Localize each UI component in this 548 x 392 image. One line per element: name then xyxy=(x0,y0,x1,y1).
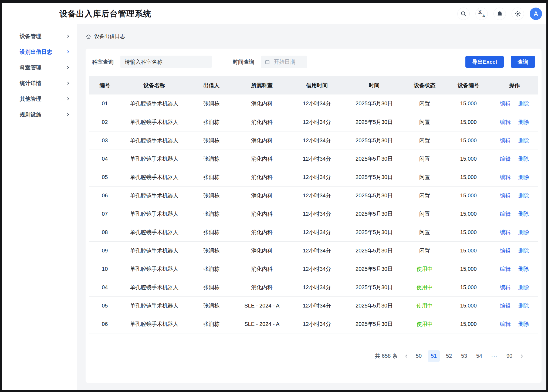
column-header: 出借人 xyxy=(188,76,235,94)
start-date-placeholder: 开始日期 xyxy=(274,58,295,66)
avatar[interactable]: A xyxy=(530,8,542,20)
avatar-letter: A xyxy=(534,10,538,18)
page-button[interactable]: 90 xyxy=(503,350,515,362)
edit-link[interactable]: 编辑 xyxy=(500,156,511,162)
cell-date: 2025年5月30日 xyxy=(345,186,403,205)
query-button[interactable]: 查询 xyxy=(511,56,535,68)
edit-link[interactable]: 编辑 xyxy=(500,119,511,125)
edit-link[interactable]: 编辑 xyxy=(500,192,511,198)
chevron-right-icon xyxy=(66,66,70,69)
page-button[interactable]: 54 xyxy=(473,350,485,362)
edit-link[interactable]: 编辑 xyxy=(500,174,511,180)
sidebar-items: 设备管理设别出借日志科室管理统计详情其他管理规则设施 xyxy=(2,30,77,121)
dept-search-input[interactable] xyxy=(120,56,212,68)
cell-device-name: 单孔腔镜手术机器人 xyxy=(120,223,188,241)
page-button[interactable]: 51 xyxy=(428,350,440,362)
cell-actions: 编辑删除 xyxy=(491,278,538,296)
edit-link[interactable]: 编辑 xyxy=(500,211,511,217)
theme-button[interactable] xyxy=(512,8,524,20)
sidebar-item[interactable]: 设备管理 xyxy=(2,30,77,43)
cell-no: 08 xyxy=(89,223,120,241)
delete-link[interactable]: 删除 xyxy=(518,229,529,235)
delete-link[interactable]: 删除 xyxy=(518,303,529,309)
cell-department: 消化内科 xyxy=(235,168,289,186)
breadcrumb[interactable]: 设备出借日志 xyxy=(86,24,546,49)
cell-device-code: 15,000 xyxy=(446,131,491,150)
delete-link[interactable]: 删除 xyxy=(518,284,529,290)
chevron-right-icon xyxy=(66,50,70,54)
cell-department: 消化内科 xyxy=(235,241,289,260)
cell-device-code: 15,000 xyxy=(446,113,491,131)
cell-actions: 编辑删除 xyxy=(491,131,538,150)
export-excel-button[interactable]: 导出Excel xyxy=(465,56,504,68)
next-page-button[interactable] xyxy=(517,350,527,362)
sidebar-item[interactable]: 科室管理 xyxy=(2,61,77,74)
delete-link[interactable]: 删除 xyxy=(518,174,529,180)
cell-date: 2025年5月30日 xyxy=(345,278,403,296)
cell-department: 消化内科 xyxy=(235,94,289,113)
edit-link[interactable]: 编辑 xyxy=(500,321,511,327)
pagination-pages: 5051525354···90 xyxy=(411,350,517,362)
cell-status: 闲置 xyxy=(403,150,446,168)
pagination-total: 共 658 条 xyxy=(375,352,398,360)
delete-link[interactable]: 删除 xyxy=(518,321,529,327)
cell-actions: 编辑删除 xyxy=(491,186,538,205)
sidebar-item-label: 科室管理 xyxy=(20,64,66,71)
cell-status: 使用中 xyxy=(403,278,446,296)
sidebar-item[interactable]: 规则设施 xyxy=(2,108,77,121)
delete-link[interactable]: 删除 xyxy=(518,266,529,272)
page-button[interactable]: 52 xyxy=(443,350,455,362)
sidebar: 设备管理设别出借日志科室管理统计详情其他管理规则设施 xyxy=(2,24,77,390)
cell-actions: 编辑删除 xyxy=(491,205,538,223)
delete-link[interactable]: 删除 xyxy=(518,137,529,143)
notification-button[interactable] xyxy=(493,8,506,20)
cell-actions: 编辑删除 xyxy=(491,296,538,315)
page-button[interactable]: 53 xyxy=(458,350,470,362)
dept-search-label: 科室查询 xyxy=(92,58,114,66)
pagination: 共 658 条 5051525354···90 xyxy=(89,350,538,362)
table-row: 06单孔腔镜手术机器人张润栋SLE - 2024 - A12小时34分2025年… xyxy=(89,315,538,333)
edit-link[interactable]: 编辑 xyxy=(500,229,511,235)
status-text: 闲置 xyxy=(419,100,430,106)
edit-link[interactable]: 编辑 xyxy=(500,266,511,272)
cell-device-code: 15,000 xyxy=(446,94,491,113)
delete-link[interactable]: 删除 xyxy=(518,100,529,106)
translate-button[interactable]: 文A xyxy=(475,8,488,20)
page-button[interactable]: 50 xyxy=(413,350,425,362)
cell-no: 10 xyxy=(89,260,120,278)
edit-link[interactable]: 编辑 xyxy=(500,248,511,254)
chevron-right-icon xyxy=(66,113,70,116)
start-date-picker[interactable]: 开始日期 xyxy=(261,56,307,68)
cell-date: 2025年5月30日 xyxy=(345,241,403,260)
edit-link[interactable]: 编辑 xyxy=(500,137,511,143)
delete-link[interactable]: 删除 xyxy=(518,192,529,198)
app-window: 设备出入库后台管理系统 文A xyxy=(2,3,546,390)
edit-link[interactable]: 编辑 xyxy=(500,100,511,106)
cell-date: 2025年5月30日 xyxy=(345,168,403,186)
chevron-right-icon xyxy=(66,34,70,38)
sidebar-item[interactable]: 统计详情 xyxy=(2,77,77,90)
sidebar-item[interactable]: 设别出借日志 xyxy=(2,45,77,58)
search-button[interactable] xyxy=(457,8,470,20)
column-header: 借用时间 xyxy=(289,76,345,94)
edit-link[interactable]: 编辑 xyxy=(500,284,511,290)
sidebar-item[interactable]: 其他管理 xyxy=(2,92,77,105)
cell-no: 05 xyxy=(89,168,120,186)
delete-link[interactable]: 删除 xyxy=(518,211,529,217)
delete-link[interactable]: 删除 xyxy=(518,156,529,162)
cell-duration: 12小时34分 xyxy=(289,168,345,186)
translate-icon: 文A xyxy=(478,10,485,17)
cell-lender: 张润栋 xyxy=(188,113,235,131)
bell-icon xyxy=(496,11,503,17)
delete-link[interactable]: 删除 xyxy=(518,248,529,254)
cell-status: 闲置 xyxy=(403,94,446,113)
table-row: 08单孔腔镜手术机器人张润栋消化内科12小时34分2025年5月30日闲置15,… xyxy=(89,223,538,241)
sidebar-item-label: 规则设施 xyxy=(20,111,66,118)
edit-link[interactable]: 编辑 xyxy=(500,303,511,309)
delete-link[interactable]: 删除 xyxy=(518,119,529,125)
cell-date: 2025年5月30日 xyxy=(345,223,403,241)
cell-department: 消化内科 xyxy=(235,278,289,296)
cell-status: 闲置 xyxy=(403,241,446,260)
prev-page-button[interactable] xyxy=(401,350,411,362)
status-text: 闲置 xyxy=(419,229,430,235)
